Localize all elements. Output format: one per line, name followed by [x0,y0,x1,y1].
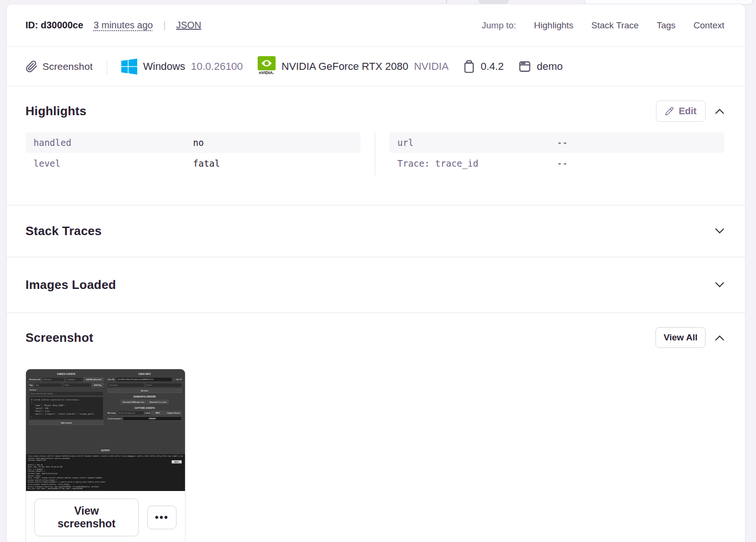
pencil-icon [665,107,674,116]
thumbnail-content: ENRICH EVENTS Breadcrumb: Message Catego… [26,369,185,491]
screenshot-thumbnail[interactable]: ENRICH EVENTS Breadcrumb: Message Catego… [26,369,185,491]
kv-column-divider [375,132,375,176]
thumb-tag-key-input: Key [34,383,62,388]
expand-stack-traces-chevron-down-icon[interactable] [715,228,724,234]
thumb-email-input: Email [145,383,182,388]
highlights-kv-grid: handled no level fatal url -- Trace: tra… [25,132,724,176]
thumb-user-id-input: a9c35f9f-290b-471d-dbcb-3ad0896821713 [116,378,172,382]
edit-highlights-button[interactable]: Edit [656,101,706,122]
thumb-username-input: Username [108,383,144,388]
event-id: ID: d30000ce [25,20,83,31]
thumb-message-input: Enter message text [118,411,144,415]
thumb-tag-value-input: Value [63,383,91,388]
kv-row-trace-id: Trace: trace_id -- [389,153,724,174]
thumb-info-badge: INFO [171,460,182,464]
header-separator: | [163,20,166,31]
view-screenshot-button[interactable]: View screenshot [34,499,139,536]
thumb-generate-gdscript-button: Generate GDScript error [121,400,146,404]
toolbar-remnant-divider [446,0,447,3]
highlights-left-table: handled no level fatal [25,132,361,176]
windows-logo-icon [121,59,137,75]
event-header: ID: d30000ce 3 minutes ago | JSON Jump t… [7,4,745,47]
environment-tag: demo [518,60,563,73]
screenshot-card: ENRICH EVENTS Breadcrumb: Message Catego… [25,369,185,542]
json-link[interactable]: JSON [176,20,201,31]
stack-traces-title: Stack Traces [25,224,101,238]
thumb-breadcrumb-input: Message [42,378,64,382]
jump-to-label: Jump to: [482,20,516,31]
jump-link-context[interactable]: Context [694,20,724,31]
paperclip-icon [25,60,38,73]
screenshot-tag[interactable]: Screenshot [25,60,92,73]
kv-row-handled: handled no [25,132,361,153]
release-tag: 0.4.2 [463,60,504,73]
collapse-highlights-chevron-up-icon[interactable] [715,108,724,114]
kv-row-url: url -- [389,132,724,153]
jump-link-tags[interactable]: Tags [656,20,675,31]
jump-link-highlights[interactable]: Highlights [534,20,573,31]
os-version: 10.0.26100 [191,60,243,73]
event-tags-row: Screenshot Windows 10.0.26100 nVIDIA. NV… [7,47,745,86]
thumb-infer-ip-checkbox [173,379,175,381]
thumb-enrich-header: ENRICH EVENTS [29,373,103,375]
release-icon [463,60,475,73]
thumb-context-name-input: Enter name for the context [29,392,103,396]
images-loaded-title: Images Loaded [25,278,116,292]
thumb-add-context-button: Add context [29,421,103,425]
tags-divider [107,59,107,74]
collapse-screenshot-chevron-up-icon[interactable] [715,335,724,341]
expand-images-loaded-chevron-down-icon[interactable] [715,282,724,288]
thumb-generate-errors-header: GENERATE ERRORS [108,396,182,398]
thumb-terminal-log: vary:origin,access-control-request-metho… [28,455,183,490]
screenshot-section: Screenshot View All ENRICH EVENTS [7,313,745,542]
highlights-title: Highlights [25,104,86,119]
screenshot-title: Screenshot [25,330,93,345]
thumb-add-tag-button: Add Tag [92,383,103,388]
thumb-set-user-button: Set User [108,389,182,393]
thumb-output-terminal: vary:origin,access-control-request-metho… [26,454,185,491]
environment-name: demo [537,60,563,73]
thumb-generate-cpp-button: Generate C++ error [148,400,168,404]
event-time-link[interactable]: 3 minutes ago [93,20,153,31]
gpu-tag: nVIDIA. NVIDIA GeForce RTX 2080 NVIDIA [257,56,449,77]
jump-link-stack-trace[interactable]: Stack Trace [591,20,638,31]
os-tag: Windows 10.0.26100 [121,59,243,75]
kv-row-level: level fatal [25,153,361,174]
window-icon [518,60,531,73]
thumb-output-header: OUTPUT [26,449,185,452]
release-version: 0.4.2 [481,60,504,73]
thumb-crash-button: CRASH! [123,417,182,421]
screenshot-tag-label: Screenshot [42,61,92,72]
thumb-level-select: INFO [151,411,164,415]
thumb-capture-event-button: Capture Event [165,411,182,415]
os-name: Windows [143,60,185,73]
images-loaded-section[interactable]: Images Loaded [7,257,745,313]
gpu-name: NVIDIA GeForce RTX 2080 [282,60,409,73]
thumb-add-breadcrumb-button: Add Breadcrumb [84,378,103,382]
event-detail-card: ID: d30000ce 3 minutes ago | JSON Jump t… [6,4,746,542]
screenshot-more-options-button[interactable]: ••• [147,506,176,529]
thumb-category-input: Category [66,378,83,382]
stack-traces-section[interactable]: Stack Traces [7,205,745,257]
highlights-right-table: url -- Trace: trace_id -- [389,132,724,176]
thumb-capture-events-header: CAPTURE EVENTS [108,407,182,409]
toolbar-remnant-pill [479,0,509,4]
thumb-user-info-header: USER INFO [108,373,182,375]
thumb-context-code: # custom context expressed as a dictiona… [29,397,103,420]
nvidia-logo-icon: nVIDIA. [257,56,276,77]
view-all-button[interactable]: View All [655,327,706,348]
highlights-section: Highlights Edit handled no [7,86,745,205]
gpu-vendor: NVIDIA [414,60,448,73]
